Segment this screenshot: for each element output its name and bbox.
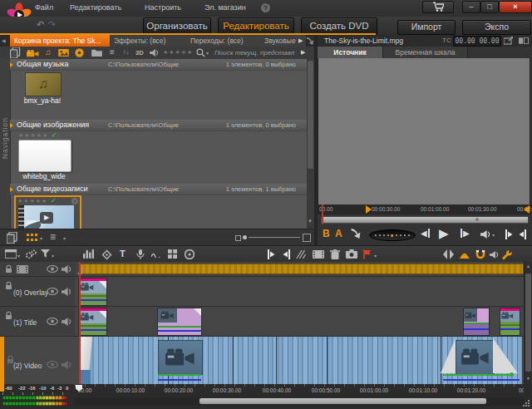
library-scrollbar[interactable]: ▼ <box>307 59 314 229</box>
timeline-clip[interactable] <box>500 308 520 335</box>
zoom-in-box-icon[interactable] <box>303 234 311 242</box>
step-back-button[interactable]: ◀ <box>421 229 430 238</box>
timecode-display[interactable]: 00.00 00.00 <box>453 36 501 47</box>
disc-menu-icon[interactable] <box>185 249 195 259</box>
sort-icon[interactable]: ↑↓ <box>123 49 129 55</box>
marker-flag-icon[interactable] <box>363 249 372 259</box>
dual-preview-icon[interactable] <box>519 37 529 44</box>
scene-view-icon[interactable] <box>7 232 17 244</box>
asset-video-thumb[interactable]: ▶ <box>18 205 74 229</box>
loop-a-button[interactable]: A <box>335 228 342 239</box>
track-header-title[interactable]: (1) Title <box>0 306 75 337</box>
volume-icon[interactable] <box>480 230 490 239</box>
lane-video[interactable] <box>75 336 524 384</box>
mark-in-handle[interactable] <box>366 205 372 214</box>
speaker-icon[interactable] <box>62 288 71 296</box>
audio-mixer-icon[interactable] <box>83 249 94 259</box>
scroll-down-icon[interactable]: ▼ <box>526 376 530 381</box>
tl-mark-in-icon[interactable] <box>268 249 276 259</box>
section-header-music[interactable]: Общая музыка C:\Пользователи\Общие 1 эле… <box>10 59 308 71</box>
trim-mode-icon[interactable] <box>460 249 471 259</box>
collapse-icon[interactable] <box>10 187 13 192</box>
timeline-clip[interactable] <box>158 308 201 335</box>
search-input[interactable]: Поиск текущ. представл <box>214 49 294 57</box>
preview-scrubber[interactable] <box>318 214 532 224</box>
voiceover-icon[interactable] <box>135 249 145 259</box>
navigation-strip[interactable]: Navigation <box>0 59 11 229</box>
collections-folder-icon[interactable] <box>91 48 102 57</box>
timeline-vscrollbar[interactable]: ▲ ▼ <box>524 262 532 384</box>
lane-overlay[interactable] <box>75 276 524 307</box>
loop-b-button[interactable]: B <box>323 228 330 239</box>
scorefitter-icon[interactable] <box>101 249 112 260</box>
track-header-video[interactable]: (2) Video <box>0 336 75 385</box>
maximize-button[interactable]: □ <box>480 1 499 13</box>
scrubber-track[interactable] <box>321 216 529 224</box>
razor-icon[interactable] <box>296 249 307 259</box>
minimize-button[interactable]: – <box>462 1 480 13</box>
tab-scroll-right-icon[interactable]: ▶ <box>298 37 303 44</box>
lock-icon[interactable] <box>5 311 12 320</box>
search-expand-icon[interactable]: ▶ <box>301 49 305 56</box>
details-view-icon[interactable]: ≡ <box>110 47 115 57</box>
play-overlay-icon[interactable]: ▶ <box>40 212 53 224</box>
timeline-navigator[interactable] <box>79 264 524 274</box>
asset-music-thumb[interactable]: ♫ <box>25 72 62 96</box>
customize-toolbar-icon[interactable] <box>5 249 17 259</box>
tab-organize[interactable]: Организовать <box>143 17 211 35</box>
export-button[interactable]: Экспо <box>462 20 531 35</box>
cart-button[interactable] <box>422 1 454 13</box>
camera-thumb[interactable] <box>158 340 203 375</box>
montage-icon[interactable] <box>168 249 177 259</box>
import-button[interactable]: Импорт <box>397 20 456 35</box>
speaker-icon[interactable] <box>62 265 71 273</box>
asset-video-rating[interactable]: ★★★★★ <box>17 198 47 204</box>
jog-shuttle-wheel[interactable] <box>369 229 416 241</box>
keyframe-dot[interactable] <box>510 372 514 377</box>
filmstrip-icon[interactable] <box>17 265 28 273</box>
tl-mark-out-icon[interactable] <box>282 249 290 259</box>
asset-video-selected[interactable]: ★★★★★ ✓ i ▶ <box>14 195 81 229</box>
preview-screen[interactable] <box>318 58 530 205</box>
scroll-down-icon[interactable]: ▼ <box>308 219 313 224</box>
tab-make-dvd[interactable]: Создать DVD <box>301 17 377 35</box>
speaker-icon[interactable] <box>62 318 71 326</box>
menu-store[interactable]: Эл. магазин <box>204 3 246 12</box>
eye-icon[interactable] <box>47 318 58 325</box>
tab-effects[interactable]: Эффекты: (все) <box>110 35 195 47</box>
info-icon[interactable]: i <box>71 198 78 204</box>
tab-edit[interactable]: Редактировать <box>218 17 294 35</box>
lane-title[interactable] <box>75 306 524 337</box>
search-caret-icon[interactable]: ▾ <box>206 50 209 56</box>
search-icon[interactable] <box>196 48 205 57</box>
volume-caret-icon[interactable]: ▾ <box>492 232 495 238</box>
list-view-caret-icon[interactable]: ▾ <box>63 235 66 241</box>
timeline-clip[interactable] <box>79 278 106 305</box>
eye-icon[interactable] <box>47 265 58 273</box>
customize-caret-icon[interactable]: ▾ <box>17 253 20 259</box>
menu-setup[interactable]: Настроить <box>145 3 181 12</box>
scroll-up-icon[interactable]: ▲ <box>526 264 530 269</box>
mark-in-button[interactable] <box>505 229 514 239</box>
resize-grip[interactable] <box>522 399 530 407</box>
scrollbar-thumb[interactable] <box>525 273 531 372</box>
tab-timeline-view[interactable]: Временная шкала <box>383 47 468 58</box>
zoom-slider-thumb[interactable] <box>243 235 247 239</box>
menu-file[interactable]: Файл <box>35 3 53 12</box>
lock-icon[interactable] <box>5 264 12 273</box>
track-filter-icon[interactable] <box>41 249 50 258</box>
list-view-button[interactable]: ≡ <box>50 231 56 243</box>
music-filter-icon[interactable]: ♫ <box>45 47 52 57</box>
settings-gears-icon[interactable] <box>25 249 37 259</box>
snapshot-icon[interactable] <box>346 249 357 259</box>
magnet-icon[interactable] <box>475 249 485 259</box>
grid-view-button[interactable] <box>27 234 37 241</box>
scrollbar-thumb[interactable] <box>308 61 313 169</box>
scrollbar-thumb[interactable] <box>200 398 486 404</box>
collapse-icon[interactable] <box>10 62 13 67</box>
preview-playhead[interactable] <box>322 204 323 224</box>
timeline-ruler[interactable]: 00.00 00:00:10.00 00:00:20.00 00:00:30.0… <box>75 384 524 397</box>
marker-caret-icon[interactable]: ▾ <box>374 253 377 259</box>
tab-source[interactable]: Источник <box>318 47 383 58</box>
tab-scroll-left-icon[interactable]: ◀ <box>2 37 6 43</box>
